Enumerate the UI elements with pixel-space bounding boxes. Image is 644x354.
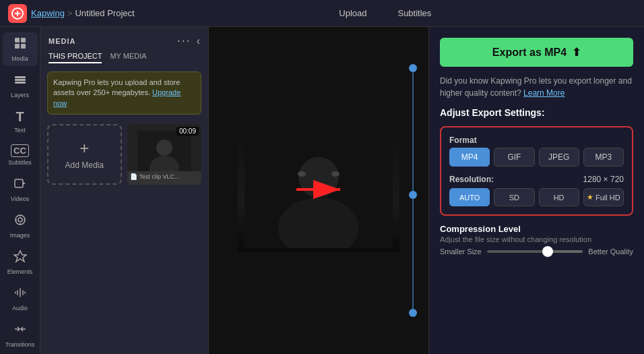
compression-label-left: Smaller Size: [440, 247, 482, 256]
kapwing-logo: [8, 4, 27, 23]
svg-point-28: [331, 171, 340, 177]
svg-point-27: [298, 171, 306, 177]
transitions-icon: [13, 322, 27, 339]
sidebar-text-label: Text: [14, 127, 26, 134]
subtitles-icon: CC: [11, 144, 29, 157]
svg-rect-4: [21, 38, 26, 42]
resolution-sd-btn[interactable]: SD: [494, 188, 534, 206]
format-mp4-btn[interactable]: MP4: [449, 148, 490, 167]
sidebar-item-videos[interactable]: Videos: [3, 173, 38, 206]
export-panel: Export as MP4 ⬆ Did you know Kapwing Pro…: [428, 27, 644, 354]
export-btn-label: Export as MP4: [492, 47, 567, 59]
tab-my-media[interactable]: MY MEDIA: [110, 52, 146, 63]
sidebar-layers-label: Layers: [11, 92, 29, 98]
nav-center: Upload Subtitles: [135, 5, 636, 21]
breadcrumb-sep: >: [67, 8, 73, 18]
learn-more-link[interactable]: Learn More: [523, 88, 565, 98]
svg-point-13: [18, 218, 22, 222]
resolution-row: Resolution: 1280 × 720: [449, 175, 624, 184]
compression-section: Compression Level Adjust the file size w…: [440, 224, 633, 256]
sidebar-subtitles-label: Subtitles: [8, 159, 32, 166]
sidebar-item-audio[interactable]: Audio: [3, 282, 38, 316]
elements-icon: [13, 249, 27, 266]
compression-slider-row: Smaller Size Better Quality: [440, 247, 633, 256]
compression-label-right: Better Quality: [588, 247, 633, 256]
sidebar-videos-label: Videos: [11, 196, 29, 202]
nav-left: Kapwing > Untitled Project: [8, 4, 135, 23]
sidebar-elements-label: Elements: [7, 268, 33, 275]
sidebar-item-subtitles[interactable]: CC Subtitles: [3, 140, 38, 170]
sidebar-item-images[interactable]: Images: [3, 209, 38, 243]
svg-rect-6: [21, 44, 26, 49]
add-media-button[interactable]: + Add Media: [47, 124, 122, 185]
videos-icon: [13, 177, 27, 194]
file-icon: 📄: [130, 173, 137, 180]
svg-point-22: [156, 140, 172, 156]
media-panel-header: MEDIA ··· ‹: [40, 27, 208, 52]
sidebar-media-label: Media: [11, 55, 28, 62]
compression-subtitle: Adjust the file size without changing re…: [440, 235, 633, 243]
fullhd-star-icon: ★: [587, 193, 593, 202]
svg-rect-9: [15, 82, 26, 84]
format-jpeg-btn[interactable]: JPEG: [539, 148, 579, 167]
layers-icon: [13, 73, 27, 90]
resolution-auto-btn[interactable]: AUTO: [449, 188, 490, 206]
sidebar-images-label: Images: [10, 232, 30, 239]
resolution-buttons: AUTO SD HD ★ Full HD: [449, 188, 624, 206]
export-mp4-button[interactable]: Export as MP4 ⬆: [440, 38, 633, 67]
media-grid: + Add Media 00:09 📄 Test clip VLC...: [40, 119, 208, 354]
export-upload-icon: ⬆: [572, 46, 581, 59]
media-panel: MEDIA ··· ‹ THIS PROJECT MY MEDIA Kapwin…: [40, 27, 209, 354]
format-label: Format: [449, 136, 624, 145]
svg-rect-5: [15, 44, 20, 49]
breadcrumb-app[interactable]: Kapwing: [31, 8, 65, 18]
top-nav: Kapwing > Untitled Project Upload Subtit…: [0, 0, 644, 27]
media-tabs: THIS PROJECT MY MEDIA: [40, 52, 208, 63]
sidebar-item-media[interactable]: Media: [3, 32, 38, 66]
images-icon: [13, 213, 27, 230]
export-settings-title: Adjust Export Settings:: [440, 107, 633, 118]
sidebar-audio-label: Audio: [12, 305, 28, 312]
timeline-circle-bot: [409, 309, 417, 317]
export-settings-box: Format MP4 GIF JPEG MP3 Resolution: 1280…: [440, 126, 633, 216]
compression-slider[interactable]: [487, 250, 583, 253]
resolution-label: Resolution:: [449, 175, 494, 184]
add-media-label: Add Media: [65, 160, 104, 170]
tab-this-project[interactable]: THIS PROJECT: [49, 52, 102, 63]
left-sidebar: Media Layers T Text CC Subtitles Videos: [0, 27, 40, 354]
subtitles-nav-btn[interactable]: Subtitles: [392, 5, 437, 21]
resolution-hd-btn[interactable]: HD: [539, 188, 579, 206]
resolution-value: 1280 × 720: [583, 175, 624, 184]
media-thumb-duration: 00:09: [176, 127, 199, 136]
svg-rect-3: [15, 38, 20, 42]
media-thumbnail[interactable]: 00:09 📄 Test clip VLC...: [127, 124, 202, 185]
media-promo: Kapwing Pro lets you upload and store as…: [47, 71, 201, 115]
canvas-area: [209, 27, 428, 354]
svg-point-12: [15, 215, 25, 225]
export-info: Did you know Kapwing Pro lets you export…: [440, 75, 633, 99]
resolution-fullhd-btn[interactable]: ★ Full HD: [583, 188, 624, 206]
upload-nav-btn[interactable]: Upload: [333, 5, 372, 21]
format-mp3-btn[interactable]: MP3: [583, 148, 624, 167]
sidebar-item-transitions[interactable]: Transitions: [3, 318, 38, 352]
svg-rect-7: [15, 76, 26, 78]
sidebar-item-layers[interactable]: Layers: [3, 69, 38, 102]
media-thumb-name: 📄 Test clip VLC...: [127, 171, 202, 182]
sidebar-item-text[interactable]: T Text: [3, 105, 38, 138]
main-layout: Media Layers T Text CC Subtitles Videos: [0, 27, 644, 354]
svg-marker-18: [14, 251, 26, 262]
svg-rect-10: [15, 179, 23, 187]
red-arrow: [296, 179, 350, 202]
media-panel-collapse[interactable]: ‹: [197, 35, 200, 47]
sidebar-transitions-label: Transitions: [5, 341, 35, 348]
svg-marker-11: [23, 182, 26, 185]
audio-icon: [13, 286, 27, 303]
media-icon: [13, 36, 27, 53]
timeline-circle-mid: [409, 191, 417, 199]
media-panel-more[interactable]: ···: [177, 34, 191, 48]
text-icon: T: [15, 109, 24, 125]
format-section: Format MP4 GIF JPEG MP3: [449, 136, 624, 167]
sidebar-item-elements[interactable]: Elements: [3, 245, 38, 279]
format-gif-btn[interactable]: GIF: [494, 148, 534, 167]
svg-rect-8: [15, 79, 26, 81]
